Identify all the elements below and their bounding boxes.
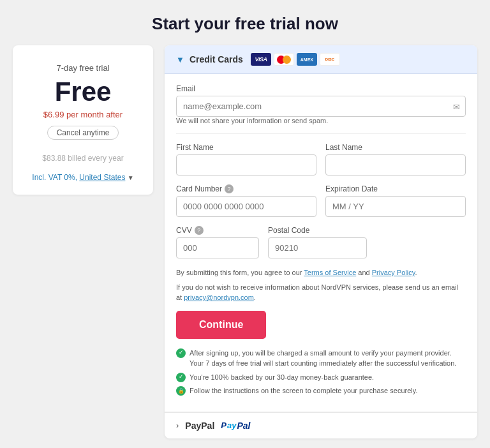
assurance-text-2: You're 100% backed by our 30-day money-b… <box>189 372 374 383</box>
billed-yearly: $83.88 billed every year <box>27 154 139 163</box>
form-body: Email ✉ We will not share your informati… <box>165 74 477 412</box>
amex-icon: AMEX <box>297 53 317 66</box>
mastercard-icon <box>274 53 294 66</box>
assurance-text-1: After signing up, you will be charged a … <box>189 348 466 369</box>
privacy-email-link[interactable]: privacy@nordvpn.com <box>184 294 254 301</box>
cvv-group: CVV ? <box>176 226 259 258</box>
info-icon[interactable]: ? <box>225 184 234 193</box>
paypal-section[interactable]: › PayPal PayPal <box>165 412 477 438</box>
credit-card-header: ▼ Credit Cards VISA AMEX DISC <box>165 45 477 74</box>
first-name-group: First Name <box>176 143 316 175</box>
paypal-logo: PayPal <box>221 421 250 431</box>
last-name-group: Last Name <box>325 143 466 175</box>
credit-cards-label: Credit Cards <box>189 54 243 64</box>
privacy-note: We will not share your information or se… <box>176 117 466 124</box>
cvv-postal-row: CVV ? Postal Code <box>176 226 466 267</box>
cvv-info-icon[interactable]: ? <box>195 226 204 235</box>
legal-text-2: If you do not wish to receive informatio… <box>176 282 466 303</box>
postal-field[interactable] <box>268 237 367 258</box>
assurance-list: ✓ After signing up, you will be charged … <box>176 348 466 396</box>
continue-button[interactable]: Continue <box>176 311 266 339</box>
paypal-label: PayPal <box>185 421 214 431</box>
cancel-badge: Cancel anytime <box>47 126 119 140</box>
postal-label: Postal Code <box>268 226 367 235</box>
email-wrapper: ✉ <box>176 96 466 117</box>
postal-group: Postal Code <box>268 226 367 258</box>
per-month-label: $6.99 per month after <box>27 110 139 119</box>
divider <box>176 133 466 134</box>
email-group: Email ✉ We will not share your informati… <box>176 84 466 124</box>
card-number-field[interactable] <box>176 196 316 217</box>
discover-icon: DISC <box>320 53 340 66</box>
main-container: 7-day free trial Free $6.99 per month af… <box>0 45 490 438</box>
last-name-label: Last Name <box>325 143 466 152</box>
card-number-group: Card Number ? <box>176 184 316 217</box>
credit-card-section: ▼ Credit Cards VISA AMEX DISC Email <box>165 45 477 412</box>
first-name-field[interactable] <box>176 154 316 175</box>
check-icon: ✓ <box>176 373 186 382</box>
terms-link[interactable]: Terms of Service <box>304 269 356 276</box>
visa-icon: VISA <box>251 53 271 66</box>
card-number-label: Card Number ? <box>176 184 316 193</box>
assurance-item: ✓ You're 100% backed by our 30-day money… <box>176 372 466 383</box>
card-row: Card Number ? Expiration Date <box>176 184 466 226</box>
expiration-label: Expiration Date <box>325 184 466 193</box>
cvv-label: CVV ? <box>176 226 259 235</box>
card-icons: VISA AMEX DISC <box>251 53 340 66</box>
page-title: Start your free trial now <box>0 0 490 45</box>
price-display: Free <box>27 77 139 107</box>
privacy-link[interactable]: Privacy Policy <box>372 269 415 276</box>
assurance-item: ✓ After signing up, you will be charged … <box>176 348 466 369</box>
legal-text-1: By submitting this form, you agree to ou… <box>176 267 466 278</box>
payment-card: ▼ Credit Cards VISA AMEX DISC Email <box>165 45 477 438</box>
lock-icon: 🔒 <box>176 386 186 396</box>
chevron-down-icon: ▼ <box>128 174 134 181</box>
country-link[interactable]: United States <box>79 173 125 182</box>
trial-label: 7-day free trial <box>27 63 139 73</box>
assurance-item: 🔒 Follow the instructions on the screen … <box>176 385 466 396</box>
email-label: Email <box>176 84 466 93</box>
vat-line: Incl. VAT 0%, United States ▼ <box>27 173 139 182</box>
email-field[interactable] <box>176 96 466 117</box>
chevron-right-icon: › <box>176 421 179 430</box>
vat-text: Incl. VAT 0%, <box>32 173 79 182</box>
last-name-field[interactable] <box>325 154 466 175</box>
name-row: First Name Last Name <box>176 143 466 184</box>
cvv-field[interactable] <box>176 237 259 258</box>
first-name-label: First Name <box>176 143 316 152</box>
assurance-text-3: Follow the instructions on the screen to… <box>189 385 417 396</box>
envelope-icon: ✉ <box>453 101 460 111</box>
expiration-field[interactable] <box>325 196 466 217</box>
check-icon: ✓ <box>176 348 186 358</box>
chevron-down-icon: ▼ <box>176 55 184 64</box>
pricing-card: 7-day free trial Free $6.99 per month af… <box>13 45 153 195</box>
expiration-group: Expiration Date <box>325 184 466 217</box>
